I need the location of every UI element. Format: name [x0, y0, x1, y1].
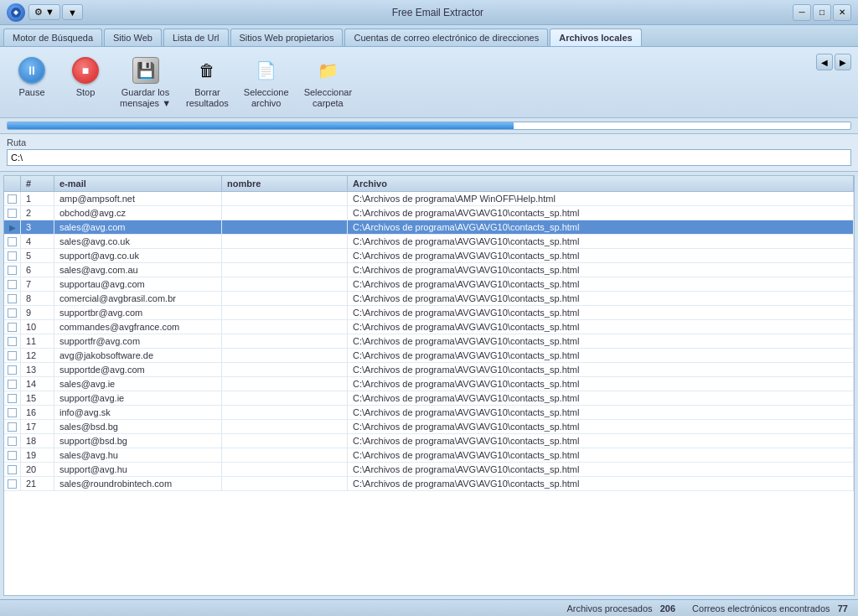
clear-results-button[interactable]: Borrarresultados [180, 52, 235, 112]
row-checkbox[interactable] [8, 308, 17, 318]
nav-back-button[interactable]: ◀ [816, 54, 833, 70]
row-checkbox[interactable] [8, 194, 17, 204]
table-row[interactable]: 15 support@avg.ie C:\Archivos de program… [4, 391, 854, 406]
table-row[interactable]: 12 avg@jakobsoftware.de C:\Archivos de p… [4, 349, 854, 363]
select-file-label: Seleccionearchivo [244, 87, 289, 109]
row-nombre [222, 277, 348, 291]
row-nombre [222, 306, 348, 319]
row-email: sales@avg.com [54, 220, 222, 234]
table-row[interactable]: 2 obchod@avg.cz C:\Archivos de programa\… [4, 206, 854, 220]
row-archivo: C:\Archivos de programa\AVG\AVG10\contac… [348, 477, 854, 490]
row-checkbox[interactable] [8, 437, 17, 446]
row-checkbox[interactable] [8, 380, 17, 389]
row-checkbox[interactable] [8, 280, 17, 289]
row-nombre [222, 420, 348, 433]
trash-icon [192, 55, 222, 85]
row-checkbox[interactable] [8, 394, 17, 403]
stop-button[interactable]: Stop [60, 52, 111, 101]
row-checkbox[interactable] [8, 237, 17, 246]
close-button[interactable]: ✕ [833, 4, 851, 21]
row-checkbox-cell [4, 263, 21, 277]
row-checkbox[interactable] [8, 337, 17, 346]
tab-motor-busqueda[interactable]: Motor de Búsqueda [3, 28, 102, 46]
row-checkbox-cell [4, 477, 21, 490]
row-archivo: C:\Archivos de programa\AVG\AVG10\contac… [348, 434, 854, 448]
col-header-nombre: nombre [222, 176, 348, 191]
row-email: support@avg.hu [54, 463, 222, 476]
row-email: supportde@avg.com [54, 363, 222, 376]
pause-label: Pause [18, 87, 44, 98]
progress-bar-fill [8, 122, 514, 129]
tab-archivos-locales[interactable]: Archivos locales [550, 28, 641, 46]
row-checkbox-cell [4, 235, 21, 248]
tab-sitio-web[interactable]: Sitio Web [104, 28, 162, 46]
save-messages-button[interactable]: Guardar losmensajes ▼ [114, 52, 177, 112]
row-checkbox-cell [4, 406, 21, 419]
table-body: 1 amp@ampsoft.net C:\Archivos de program… [4, 192, 854, 595]
row-checkbox[interactable] [8, 209, 17, 218]
table-row[interactable]: 8 comercial@avgbrasil.com.br C:\Archivos… [4, 292, 854, 306]
col-header-email: e-mail [54, 176, 222, 191]
row-archivo: C:\Archivos de programa\AVG\AVG10\contac… [348, 334, 854, 348]
row-num: 20 [21, 463, 54, 476]
row-archivo: C:\Archivos de programa\AVG\AVG10\contac… [348, 306, 854, 319]
ruta-input[interactable] [7, 149, 851, 166]
pause-button[interactable]: Pause [7, 52, 57, 101]
row-email: sales@avg.com.au [54, 263, 222, 277]
table-row[interactable]: 7 supportau@avg.com C:\Archivos de progr… [4, 277, 854, 292]
row-checkbox-cell [4, 206, 21, 220]
row-checkbox[interactable] [8, 365, 17, 375]
file-icon [251, 55, 282, 85]
row-checkbox-cell [4, 292, 21, 305]
table-row[interactable]: 13 supportde@avg.com C:\Archivos de prog… [4, 363, 854, 377]
row-archivo: C:\Archivos de programa\AVG\AVG10\contac… [348, 206, 854, 220]
table-row[interactable]: 11 supportfr@avg.com C:\Archivos de prog… [4, 334, 854, 349]
row-checkbox[interactable] [8, 323, 17, 332]
row-checkbox[interactable] [8, 479, 17, 489]
row-email: sales@avg.co.uk [54, 235, 222, 248]
table-row[interactable]: 19 sales@avg.hu C:\Archivos de programa\… [4, 448, 854, 463]
table-row[interactable]: 10 commandes@avgfrance.com C:\Archivos d… [4, 320, 854, 334]
row-checkbox[interactable] [8, 266, 17, 275]
row-checkbox[interactable] [8, 465, 17, 474]
row-checkbox[interactable] [8, 408, 17, 417]
table-row[interactable]: ▶ 3 sales@avg.com C:\Archivos de program… [4, 220, 854, 235]
row-checkbox[interactable] [8, 351, 17, 360]
table-row[interactable]: 5 support@avg.co.uk C:\Archivos de progr… [4, 249, 854, 263]
row-num: 8 [21, 292, 54, 305]
row-num: 10 [21, 320, 54, 334]
col-header-check [4, 176, 21, 191]
nav-forward-button[interactable]: ▶ [835, 54, 851, 70]
table-row[interactable]: 21 sales@roundrobintech.com C:\Archivos … [4, 477, 854, 491]
row-checkbox[interactable] [8, 422, 17, 432]
results-table: # e-mail nombre Archivo 1 amp@ampsoft.ne… [3, 175, 855, 596]
found-label: Correos electrónicos encontrados 77 [692, 603, 848, 613]
row-checkbox-cell [4, 334, 21, 348]
menu-btn-2[interactable]: ▼ [62, 4, 83, 20]
table-row[interactable]: 18 support@bsd.bg C:\Archivos de program… [4, 434, 854, 448]
row-archivo: C:\Archivos de programa\AVG\AVG10\contac… [348, 235, 854, 248]
table-row[interactable]: 9 supportbr@avg.com C:\Archivos de progr… [4, 306, 854, 320]
window-controls: ─ □ ✕ [793, 4, 851, 21]
table-row[interactable]: 6 sales@avg.com.au C:\Archivos de progra… [4, 263, 854, 277]
tab-sitios-web-propietarios[interactable]: Sitios Web propietarios [230, 28, 344, 46]
table-row[interactable]: 14 sales@avg.ie C:\Archivos de programa\… [4, 377, 854, 391]
row-checkbox[interactable] [8, 451, 17, 460]
table-row[interactable]: 1 amp@ampsoft.net C:\Archivos de program… [4, 192, 854, 206]
select-file-button[interactable]: Seleccionearchivo [238, 52, 295, 112]
table-row[interactable]: 4 sales@avg.co.uk C:\Archivos de program… [4, 235, 854, 249]
minimize-button[interactable]: ─ [793, 4, 811, 21]
tab-lista-url[interactable]: Lista de Url [163, 28, 229, 46]
select-folder-button[interactable]: Seleccionarcarpeta [298, 52, 358, 112]
table-row[interactable]: 20 support@avg.hu C:\Archivos de program… [4, 463, 854, 477]
menu-btn-1[interactable]: ⚙ ▼ [28, 4, 60, 20]
maximize-button[interactable]: □ [813, 4, 831, 21]
row-checkbox[interactable] [8, 251, 17, 261]
tab-cuentas-correo[interactable]: Cuentas de correo electrónico de direcci… [344, 28, 548, 46]
row-archivo: C:\Archivos de programa\AVG\AVG10\contac… [348, 420, 854, 433]
table-row[interactable]: 16 info@avg.sk C:\Archivos de programa\A… [4, 406, 854, 420]
row-checkbox[interactable] [8, 294, 17, 303]
row-nombre [222, 192, 348, 205]
table-row[interactable]: 17 sales@bsd.bg C:\Archivos de programa\… [4, 420, 854, 434]
clear-label: Borrarresultados [186, 87, 229, 109]
